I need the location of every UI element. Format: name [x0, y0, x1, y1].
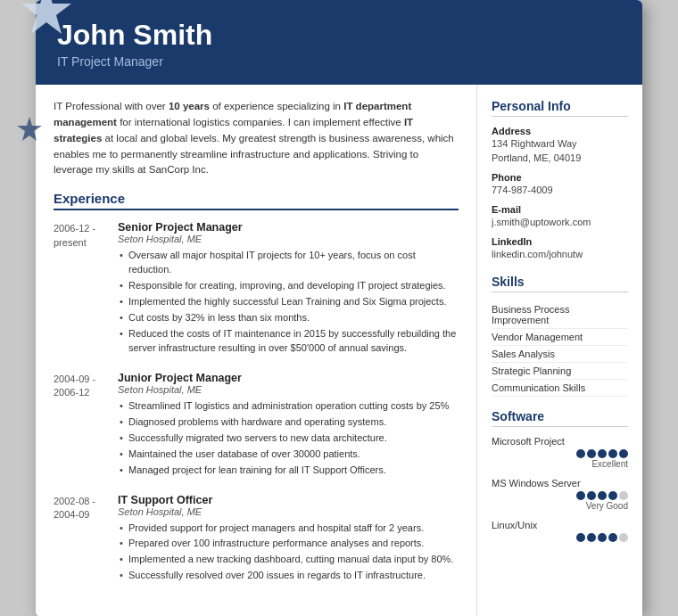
software-dots-2	[492, 491, 628, 500]
job-entry-2: 2004-09 - 2006-12 Junior Project Manager…	[54, 372, 459, 480]
bullet: Provided support for project managers an…	[118, 522, 459, 536]
job-title-3: IT Support Officer	[118, 494, 459, 506]
dot	[619, 449, 628, 458]
job-dates-1: 2006-12 - present	[54, 221, 118, 357]
job-entry-1: 2006-12 - present Senior Project Manager…	[54, 221, 459, 357]
summary-text: IT Professional with over 10 years of ex…	[54, 99, 459, 178]
svg-marker-1	[17, 117, 42, 141]
bullet: Prepared over 100 infrastructure perform…	[118, 537, 459, 551]
address-label: Address	[492, 126, 628, 136]
linkedin-value: linkedin.com/johnutw	[492, 248, 628, 262]
bullet: Streamlined IT logistics and administrat…	[118, 399, 459, 414]
bullet: Responsible for creating, improving, and…	[118, 279, 459, 293]
candidate-title: IT Project Manager	[57, 54, 621, 69]
resume-document: John Smith IT Project Manager IT Profess…	[36, 0, 642, 616]
bullet: Implemented a new tracking dashboard, cu…	[118, 553, 459, 567]
linkedin-label: LinkedIn	[492, 236, 628, 247]
software-dots-3	[492, 533, 628, 542]
job-details-3: IT Support Officer Seton Hospital, ME Pr…	[118, 494, 459, 586]
star-decoration-top	[20, 0, 73, 37]
software-title: Software	[492, 409, 628, 427]
software-rating-2: Very Good	[492, 501, 628, 511]
dot	[608, 533, 617, 542]
skill-item: Strategic Planning	[492, 363, 628, 380]
software-name-3: Linux/Unix	[492, 520, 628, 530]
phone-value: 774-987-4009	[492, 184, 628, 198]
software-name-2: MS Windows Server	[492, 478, 628, 489]
job-bullets-1: Oversaw all major hospital IT projects f…	[118, 249, 459, 356]
dot	[598, 449, 607, 458]
svg-marker-0	[21, 0, 71, 34]
skills-title: Skills	[492, 275, 628, 292]
sidebar: Personal Info Address 134 Rightward WayP…	[477, 85, 642, 616]
job-title-2: Junior Project Manager	[118, 372, 459, 384]
dot	[608, 449, 617, 458]
dot	[608, 491, 617, 500]
dot	[576, 449, 585, 458]
software-item-2: MS Windows Server Very Good	[492, 478, 628, 511]
skill-item: Sales Analysis	[492, 346, 628, 363]
bullet: Diagnosed problems with hardware and ope…	[118, 415, 459, 430]
email-value: j.smith@uptowork.com	[492, 216, 628, 230]
dot	[598, 533, 607, 542]
software-rating-1: Excellent	[492, 459, 628, 469]
software-name-1: Microsoft Project	[492, 436, 628, 447]
bullet: Oversaw all major hospital IT projects f…	[118, 249, 459, 277]
bullet: Reduced the costs of IT maintenance in 2…	[118, 327, 459, 356]
star-decoration-left	[16, 116, 43, 143]
bullet: Cut costs by 32% in less than six months…	[118, 311, 459, 325]
dot-empty	[619, 533, 628, 542]
skill-item: Business Process Improvement	[492, 301, 628, 329]
bullet: Managed project for lean training for al…	[118, 464, 459, 478]
resume-header: John Smith IT Project Manager	[36, 0, 642, 85]
job-details-2: Junior Project Manager Seton Hospital, M…	[118, 372, 459, 480]
candidate-name: John Smith	[57, 20, 621, 51]
dot	[587, 533, 596, 542]
software-item-1: Microsoft Project Excellent	[492, 436, 628, 469]
job-bullets-3: Provided support for project managers an…	[118, 522, 459, 584]
dot	[576, 533, 585, 542]
dot	[598, 491, 607, 500]
experience-section-title: Experience	[54, 191, 459, 210]
skill-item: Communication Skills	[492, 380, 628, 397]
dot	[576, 491, 585, 500]
bullet: Successfully resolved over 200 issues in…	[118, 569, 459, 583]
job-dates-3: 2002-08 - 2004-09	[54, 494, 118, 586]
dot	[587, 449, 596, 458]
job-dates-2: 2004-09 - 2006-12	[54, 372, 118, 480]
main-content: IT Professional with over 10 years of ex…	[36, 85, 477, 616]
dot-empty	[619, 491, 628, 500]
skill-item: Vendor Management	[492, 329, 628, 346]
job-company-1: Seton Hospital, ME	[118, 234, 459, 244]
bullet: Successfully migrated two servers to new…	[118, 431, 459, 446]
personal-info-title: Personal Info	[492, 99, 628, 117]
job-title-1: Senior Project Manager	[118, 221, 459, 234]
job-entry-3: 2002-08 - 2004-09 IT Support Officer Set…	[54, 494, 459, 586]
phone-label: Phone	[492, 172, 628, 183]
bullet: Implemented the highly successful Lean T…	[118, 295, 459, 309]
job-company-2: Seton Hospital, ME	[118, 384, 459, 395]
email-label: E-mail	[492, 204, 628, 215]
resume-body: IT Professional with over 10 years of ex…	[36, 85, 642, 616]
dot	[587, 491, 596, 500]
bullet: Maintained the user database of over 300…	[118, 448, 459, 462]
job-bullets-2: Streamlined IT logistics and administrat…	[118, 399, 459, 478]
software-item-3: Linux/Unix	[492, 520, 628, 542]
job-details-1: Senior Project Manager Seton Hospital, M…	[118, 221, 459, 357]
software-dots-1	[492, 449, 628, 458]
address-value: 134 Rightward WayPortland, ME, 04019	[492, 137, 628, 166]
job-company-3: Seton Hospital, ME	[118, 506, 459, 517]
